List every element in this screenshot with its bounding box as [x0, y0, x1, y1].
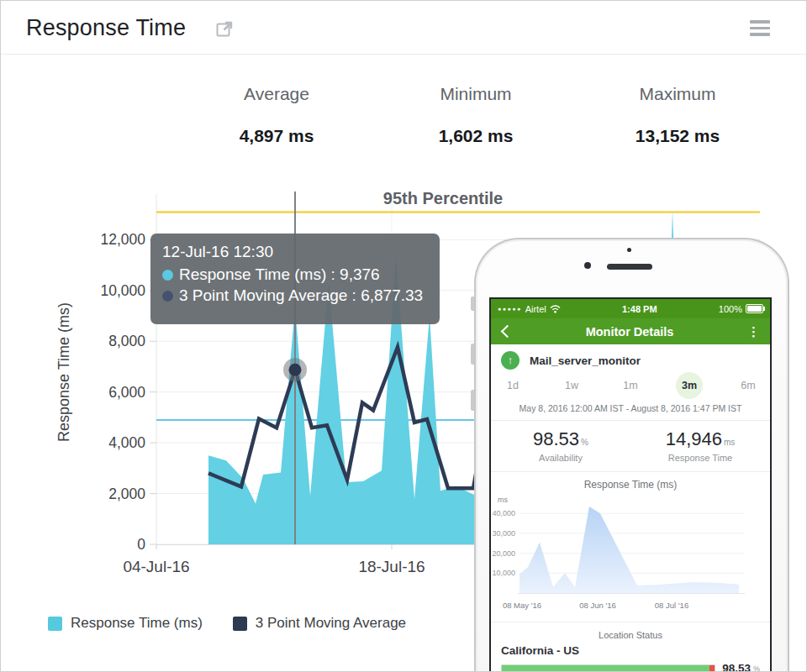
phone-nav-bar: Monitor Details ⋮	[491, 318, 770, 344]
tab-1w[interactable]: 1w	[558, 372, 585, 399]
phone-chart-title: Response Time (ms)	[491, 479, 770, 491]
svg-text:04-Jul-16: 04-Jul-16	[123, 558, 189, 575]
metric-value: 98.53	[533, 428, 579, 449]
legend-swatch	[233, 617, 247, 631]
chart-tooltip: 12-Jul-16 12:30 Response Time (ms) : 9,3…	[150, 234, 440, 324]
svg-text:10,000: 10,000	[100, 282, 145, 299]
stat-value: 4,897 ms	[193, 126, 361, 146]
battery-icon	[746, 304, 763, 313]
y-axis-title: Response Time (ms)	[55, 302, 73, 442]
svg-text:2,000: 2,000	[108, 486, 145, 502]
svg-text:10,000: 10,000	[492, 569, 515, 577]
stat-maximum: Maximum 13,152 ms	[593, 84, 762, 146]
svg-text:30,000: 30,000	[492, 529, 515, 538]
stat-minimum: Minimum 1,602 ms	[392, 84, 560, 146]
stat-label: Minimum	[392, 84, 560, 104]
wifi-icon	[550, 305, 561, 313]
phone-response-chart[interactable]: 10,00020,00030,00040,000ms08 May '1608 J…	[491, 491, 770, 618]
svg-text:8,000: 8,000	[108, 333, 145, 349]
legend-swatch	[48, 617, 62, 631]
time-range-tabs: 1d 1w 1m 3m 6m	[491, 371, 770, 400]
battery-percent-label: 100%	[719, 304, 742, 314]
monitor-row[interactable]: ↑ Mail_server_monitor	[491, 344, 770, 371]
tooltip-row-moving-average: 3 Point Moving Average : 6,877.33	[162, 286, 440, 305]
location-status-title: Location Status	[491, 630, 770, 640]
tooltip-row-response-time: Response Time (ms) : 9,376	[162, 265, 440, 284]
stat-value: 1,602 ms	[392, 126, 560, 146]
tab-1d[interactable]: 1d	[499, 372, 526, 399]
metric-label: Response Time	[630, 453, 770, 463]
tab-1m[interactable]: 1m	[617, 372, 644, 399]
phone-speaker	[607, 264, 652, 270]
phone-sensor-dot	[627, 248, 631, 252]
location-percent-unit: %	[753, 664, 760, 672]
svg-text:08 Jul '16: 08 Jul '16	[655, 601, 688, 610]
location-name: California - US	[491, 644, 770, 657]
page-title: Response Time	[26, 15, 186, 41]
svg-text:6,000: 6,000	[108, 384, 145, 401]
tooltip-timestamp: 12-Jul-16 12:30	[162, 243, 440, 261]
phone-mockup: ●●●●● Airtel 1:48 PM 100% Monitor Detail…	[474, 238, 789, 672]
svg-text:08 May '16: 08 May '16	[503, 601, 541, 610]
widget-header: Response Time	[1, 1, 806, 55]
status-up-icon: ↑	[501, 351, 520, 370]
metric-unit: ms	[724, 438, 735, 447]
carrier-label: Airtel	[525, 304, 546, 314]
stat-average: Average 4,897 ms	[193, 84, 361, 146]
metric-label: Availability	[491, 453, 630, 463]
kebab-menu-icon[interactable]: ⋮	[747, 324, 760, 339]
location-percent-value: 98.53	[722, 662, 751, 672]
chart-title: 95th Percentile	[157, 189, 729, 208]
metric-availability: 98.53% Availability	[491, 428, 630, 463]
stat-label: Average	[193, 84, 361, 104]
progress-red-segment	[709, 665, 715, 672]
tab-6m[interactable]: 6m	[735, 372, 762, 399]
phone-camera	[584, 262, 591, 269]
location-progress-row: 98.53 %	[491, 662, 770, 672]
svg-text:40,000: 40,000	[492, 509, 515, 517]
legend-label: 3 Point Moving Average	[256, 615, 406, 632]
svg-text:0: 0	[137, 536, 145, 553]
series-dot-moving-average	[162, 291, 173, 302]
phone-metrics: 98.53% Availability 14,946ms Response Ti…	[491, 421, 770, 471]
tooltip-row-text: Response Time (ms) : 9,376	[179, 265, 380, 284]
response-time-widget: 02,0004,0006,0008,00010,00012,00004-Jul-…	[0, 0, 807, 672]
external-link-icon[interactable]	[216, 19, 235, 38]
svg-text:08 Jun '16: 08 Jun '16	[579, 601, 616, 610]
stat-value: 13,152 ms	[593, 126, 762, 146]
chart-legend: Response Time (ms) 3 Point Moving Averag…	[48, 615, 406, 632]
metric-unit: %	[581, 438, 588, 447]
series-dot-response-time	[162, 270, 173, 281]
divider	[491, 471, 770, 472]
availability-progress-bar	[501, 664, 715, 672]
monitor-name: Mail_server_monitor	[530, 354, 641, 367]
svg-text:20,000: 20,000	[492, 549, 515, 558]
legend-item-response-time[interactable]: Response Time (ms)	[48, 615, 203, 632]
signal-strength-icon: ●●●●●	[498, 306, 522, 312]
progress-green-segment	[502, 665, 709, 672]
phone-status-bar: ●●●●● Airtel 1:48 PM 100%	[491, 299, 770, 318]
tab-3m-active[interactable]: 3m	[676, 372, 703, 399]
hamburger-menu-icon[interactable]	[750, 20, 770, 39]
metric-response-time: 14,946ms Response Time	[630, 428, 770, 463]
phone-screen-title: Monitor Details	[512, 325, 747, 339]
legend-item-moving-average[interactable]: 3 Point Moving Average	[233, 615, 406, 632]
svg-text:ms: ms	[498, 496, 508, 504]
date-range-label: May 8, 2016 12:00 AM IST - August 8, 201…	[491, 403, 770, 413]
stat-label: Maximum	[593, 84, 762, 104]
clock-label: 1:48 PM	[561, 304, 719, 314]
svg-text:12,000: 12,000	[100, 231, 145, 248]
metric-value: 14,946	[666, 428, 722, 449]
legend-label: Response Time (ms)	[71, 615, 203, 632]
phone-screen: ●●●●● Airtel 1:48 PM 100% Monitor Detail…	[489, 297, 772, 672]
tooltip-row-text: 3 Point Moving Average : 6,877.33	[179, 286, 423, 305]
svg-text:18-Jul-16: 18-Jul-16	[358, 558, 425, 575]
svg-text:4,000: 4,000	[108, 434, 145, 451]
divider	[491, 622, 770, 622]
